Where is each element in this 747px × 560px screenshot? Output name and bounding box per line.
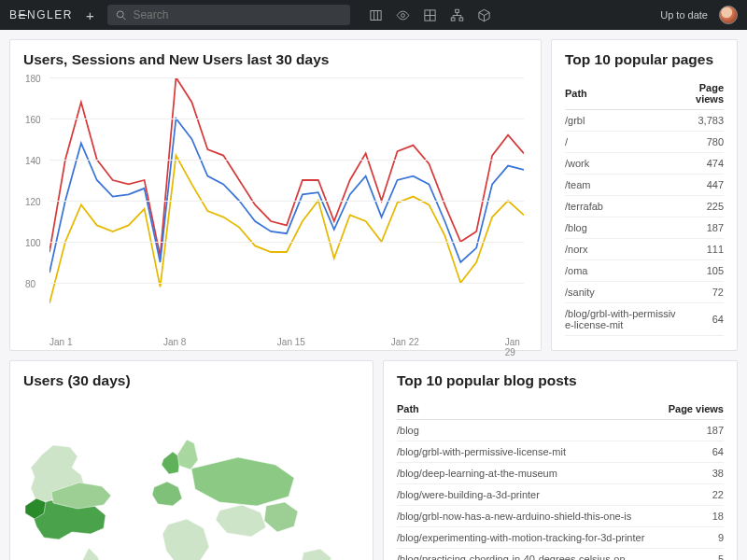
table-row[interactable]: /sanity72	[565, 282, 724, 303]
line-chart: Jan 1Jan 8Jan 15Jan 22Jan 29 80100120140…	[23, 77, 528, 339]
svg-point-0	[117, 10, 123, 17]
cell-views: 111	[679, 239, 724, 260]
cell-path: /blog/grbl-with-permissive-license-mit	[397, 441, 665, 463]
col-views: Page views	[679, 77, 724, 110]
add-button[interactable]: +	[82, 7, 98, 23]
table-row[interactable]: /oma105	[565, 260, 724, 282]
table-row[interactable]: /terrafab225	[565, 196, 724, 217]
x-tick: Jan 29	[505, 337, 524, 357]
cell-path: /blog/deep-learning-at-the-museum	[397, 463, 665, 484]
sitemap-icon[interactable]	[450, 8, 464, 22]
cell-path: /norx	[565, 239, 679, 260]
cell-views: 18	[665, 506, 724, 527]
cell-views: 105	[679, 260, 724, 282]
cell-path: /oma	[565, 260, 679, 282]
search-box[interactable]	[107, 5, 350, 25]
top-pages-table: Path Page views /grbl3,783/780/work474/t…	[565, 77, 724, 336]
cell-path: /blog/grbl-now-has-a-new-arduino-shield-…	[397, 506, 665, 527]
table-row[interactable]: /blog/were-building-a-3d-printer22	[397, 484, 724, 506]
cell-views: 5	[665, 549, 724, 561]
map-title: Users (30 days)	[23, 372, 359, 389]
cell-path: /blog/grbl-with-permissive-license-mit	[565, 303, 679, 336]
cell-views: 3,783	[679, 110, 724, 132]
cell-path: /grbl	[565, 110, 679, 132]
eye-icon[interactable]	[396, 8, 410, 22]
cell-path: /blog	[397, 420, 665, 441]
cell-path: /sanity	[565, 282, 679, 303]
region-aus	[302, 549, 331, 560]
search-icon	[115, 8, 128, 22]
series-sessions	[49, 77, 524, 256]
cell-path: /blog/practicing-chording-in-40-degrees-…	[397, 549, 665, 561]
cell-path: /blog/were-building-a-3d-printer	[397, 484, 665, 506]
table-row[interactable]: /norx111	[565, 239, 724, 260]
region-westeurope	[152, 482, 182, 506]
cell-path: /team	[565, 175, 679, 196]
top-posts-table: Path Page views /blog187/blog/grbl-with-…	[397, 399, 724, 560]
cell-views: 225	[679, 196, 724, 217]
brand-logo[interactable]: BENGLER	[9, 8, 73, 21]
card-top-pages: Top 10 popular pages Path Page views /gr…	[551, 39, 738, 351]
svg-rect-10	[451, 18, 455, 21]
x-tick: Jan 8	[163, 337, 186, 347]
table-row[interactable]: /blog/deep-learning-at-the-museum38	[397, 463, 724, 484]
region-russia	[191, 457, 294, 506]
series-new-users	[49, 156, 524, 303]
cell-views: 72	[679, 282, 724, 303]
topbar: BENGLER + Up to date	[0, 0, 747, 30]
table-row[interactable]: /blog/grbl-now-has-a-new-arduino-shield-…	[397, 506, 724, 527]
svg-line-1	[122, 17, 125, 20]
top-pages-title: Top 10 popular pages	[565, 51, 724, 68]
cell-views: 187	[679, 217, 724, 239]
region-china	[264, 502, 298, 532]
table-row[interactable]: /blog/grbl-with-permissive-license-mit64	[565, 303, 724, 336]
chart-title: Users, Sessions and New Users last 30 da…	[23, 51, 528, 68]
table-row[interactable]: /blog187	[397, 420, 724, 441]
table-row[interactable]: /blog/experimenting-with-motion-tracking…	[397, 527, 724, 549]
svg-point-5	[401, 13, 404, 17]
svg-rect-11	[459, 18, 463, 21]
table-row[interactable]: /work474	[565, 153, 724, 175]
col-path: Path	[397, 399, 665, 420]
table-row[interactable]: /team447	[565, 175, 724, 196]
topbar-tools	[369, 8, 491, 22]
cell-path: /terrafab	[565, 196, 679, 217]
table-row[interactable]: /blog/practicing-chording-in-40-degrees-…	[397, 549, 724, 561]
x-tick: Jan 1	[49, 337, 72, 347]
cell-path: /work	[565, 153, 679, 175]
card-users-map: Users (30 days)	[9, 360, 374, 560]
col-views: Page views	[665, 399, 724, 420]
region-africa	[162, 519, 209, 560]
search-input[interactable]	[133, 8, 342, 21]
card-users-sessions: Users, Sessions and New Users last 30 da…	[9, 39, 542, 351]
table-row[interactable]: /blog/grbl-with-permissive-license-mit64	[397, 441, 724, 463]
cell-views: 64	[665, 441, 724, 463]
top-posts-title: Top 10 popular blog posts	[397, 372, 724, 389]
cube-icon[interactable]	[477, 8, 491, 22]
svg-rect-9	[455, 9, 458, 12]
region-southamerica	[79, 548, 104, 560]
table-row[interactable]: /grbl3,783	[565, 110, 724, 132]
sync-status: Up to date	[660, 9, 708, 21]
card-top-posts: Top 10 popular blog posts Path Page view…	[383, 360, 738, 560]
grid-icon[interactable]	[423, 8, 437, 22]
cell-views: 474	[679, 153, 724, 175]
cell-path: /blog	[565, 217, 679, 239]
world-map[interactable]	[23, 399, 359, 560]
svg-rect-2	[371, 10, 381, 20]
series-users	[49, 119, 524, 273]
cell-views: 9	[665, 527, 724, 549]
columns-icon[interactable]	[369, 8, 383, 22]
region-scand	[177, 440, 198, 469]
table-row[interactable]: /780	[565, 132, 724, 153]
cell-path: /	[565, 132, 679, 153]
cell-views: 447	[679, 175, 724, 196]
table-row[interactable]: /blog187	[565, 217, 724, 239]
cell-views: 22	[665, 484, 724, 506]
x-tick: Jan 22	[391, 337, 419, 347]
region-mideast	[216, 505, 266, 537]
cell-path: /blog/experimenting-with-motion-tracking…	[397, 527, 665, 549]
cell-views: 64	[679, 303, 724, 336]
x-tick: Jan 15	[277, 337, 305, 347]
avatar[interactable]	[719, 6, 738, 24]
